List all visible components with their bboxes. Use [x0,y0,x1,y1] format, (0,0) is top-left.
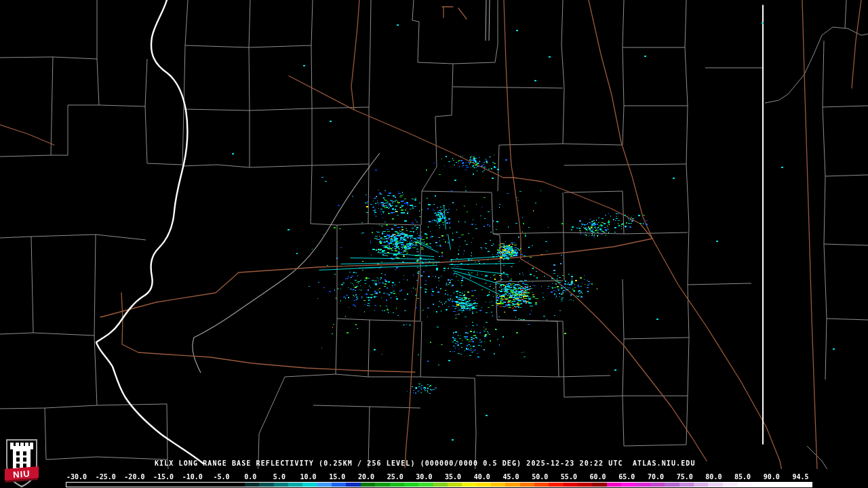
colorbar-segment [477,483,492,487]
colorbar-label: 15.0 [329,473,345,481]
colorbar-label: 90.0 [764,473,780,481]
colorbar-label: 25.0 [387,473,403,481]
colorbar-segment [708,483,723,487]
colorbar-label: 10.0 [300,473,317,481]
colorbar-label: 50.0 [532,473,548,481]
colorbar-segment [433,483,448,487]
colorbar-segment [737,483,752,487]
colorbar-segment [491,483,506,487]
colorbar-label: 55.0 [561,473,577,481]
colorbar-label: -5.0 [213,473,229,481]
castle-icon [10,443,33,468]
colorbar-segment [361,483,376,487]
colorbar-segment [462,483,477,487]
colorbar-segment [694,483,709,487]
logo-text: NIU [13,468,31,480]
colorbar [66,482,812,487]
colorbar-segment [418,483,433,487]
colorbar-segment-white-tail [766,483,812,487]
colorbar-segment [505,483,520,487]
colorbar-segment [245,483,260,487]
colorbar-segment [390,483,405,487]
colorbar-label: 70.0 [648,473,664,481]
colorbar-label: 94.5 [792,473,808,481]
colorbar-label: 35.0 [445,473,461,481]
colorbar-segment [578,483,593,487]
colorbar-label: -20.0 [124,473,144,481]
colorbar-segment [635,483,650,487]
colorbar-label: -10.0 [182,473,203,481]
colorbar-label: -30.0 [66,473,87,481]
colorbar-segment [317,483,332,487]
colorbar-segment [665,483,679,487]
colorbar-segment [404,483,419,487]
colorbar-segment [274,483,289,487]
colorbar-segment [346,483,361,487]
colorbar-label: 85.0 [734,473,751,481]
caption-text: KILX LONG RANGE BASE REFLECTIVITY (0.25K… [155,460,696,467]
colorbar-segment [751,483,766,487]
colorbar-segment [520,483,535,487]
colorbar-segment [723,483,738,487]
colorbar-segment [592,483,607,487]
colorbar-label: 0.0 [244,473,256,481]
radar-echoes [0,0,868,488]
colorbar-segment [549,483,564,487]
radar-map-stage: KILX LONG RANGE BASE REFLECTIVITY (0.25K… [0,0,868,488]
colorbar-segment [375,483,390,487]
colorbar-segment [259,483,274,487]
colorbar-segment [332,483,347,487]
colorbar-segment [607,483,622,487]
colorbar-label: 20.0 [358,473,374,481]
colorbar-label: 80.0 [705,473,722,481]
colorbar-segment [288,483,303,487]
colorbar-segment [679,483,694,487]
colorbar-label: 45.0 [502,473,519,481]
colorbar-label: 30.0 [416,473,432,481]
colorbar-label: 60.0 [590,473,606,481]
colorbar-label: -25.0 [96,473,116,481]
colorbar-labels: -30.0-25.0-20.0-15.0-10.0-5.00.05.010.01… [0,473,868,481]
colorbar-label: 40.0 [474,473,490,481]
colorbar-label: 5.0 [273,473,285,481]
colorbar-label: 75.0 [677,473,693,481]
colorbar-segment [621,483,636,487]
colorbar-segment [534,483,549,487]
colorbar-segment [448,483,462,487]
niu-logo: NIU [1,438,43,488]
colorbar-label: -15.0 [153,473,174,481]
colorbar-segment [650,483,665,487]
colorbar-segment [302,483,317,487]
colorbar-segment [564,483,578,487]
colorbar-label: 65.0 [618,473,635,481]
